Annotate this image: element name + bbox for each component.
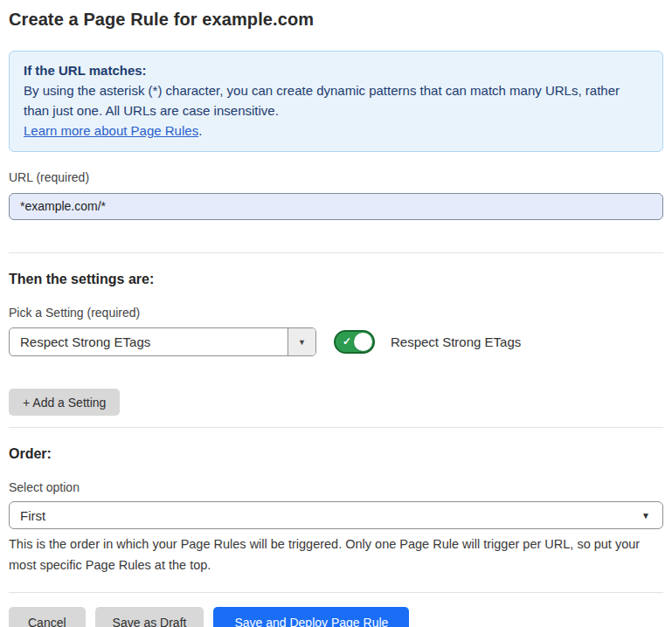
setting-toggle-group: ✓ Respect Strong ETags [334, 330, 521, 354]
save-draft-button[interactable]: Save as Draft [95, 607, 204, 627]
check-icon: ✓ [343, 335, 351, 348]
info-box-link-line: Learn more about Page Rules. [24, 121, 648, 141]
save-deploy-button[interactable]: Save and Deploy Page Rule [213, 607, 409, 627]
cancel-button[interactable]: Cancel [9, 607, 86, 627]
url-field-label: URL (required) [9, 170, 663, 184]
setting-dropdown-value: Respect Strong ETags [10, 328, 288, 355]
create-page-rule-form: Create a Page Rule for example.com If th… [0, 10, 672, 627]
toggle-knob [354, 333, 372, 351]
page-title: Create a Page Rule for example.com [9, 10, 663, 30]
info-box-body: By using the asterisk (*) character, you… [24, 80, 648, 121]
section-divider [9, 252, 663, 253]
chevron-down-icon: ▼ [641, 511, 650, 520]
order-section-heading: Order: [9, 446, 663, 462]
order-select-value: First [20, 508, 641, 523]
info-box-heading: If the URL matches: [24, 60, 648, 80]
learn-more-link[interactable]: Learn more about Page Rules [24, 123, 198, 138]
link-suffix: . [198, 123, 202, 138]
add-setting-button[interactable]: + Add a Setting [9, 389, 120, 416]
settings-section-heading: Then the settings are: [9, 272, 663, 287]
pick-setting-label: Pick a Setting (required) [9, 306, 663, 320]
footer-actions: Cancel Save as Draft Save and Deploy Pag… [9, 607, 663, 627]
footer-divider [9, 592, 663, 593]
setting-dropdown[interactable]: Respect Strong ETags ▼ [9, 327, 316, 356]
setting-toggle[interactable]: ✓ [334, 330, 375, 354]
setting-toggle-label: Respect Strong ETags [391, 334, 521, 349]
order-select[interactable]: First ▼ [9, 501, 663, 529]
setting-row: Respect Strong ETags ▼ ✓ Respect Strong … [9, 327, 663, 356]
url-input[interactable]: *example.com/* [9, 193, 663, 220]
order-help-text: This is the order in which your Page Rul… [9, 534, 663, 575]
order-select-label: Select option [9, 480, 663, 494]
url-match-info-box: If the URL matches: By using the asteris… [9, 51, 663, 152]
chevron-down-icon[interactable]: ▼ [288, 328, 315, 355]
section-divider [9, 427, 663, 428]
